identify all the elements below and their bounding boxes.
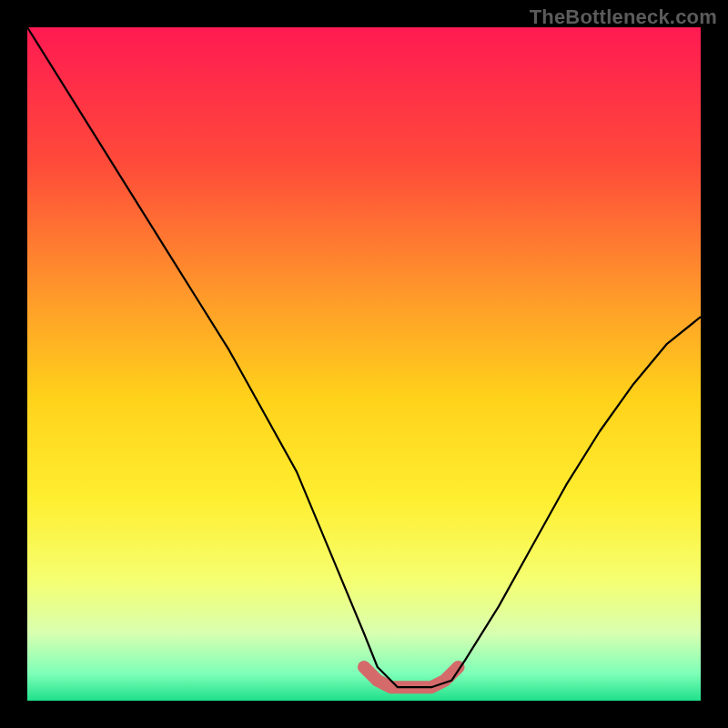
chart-svg — [27, 27, 701, 701]
plot-area — [27, 27, 701, 701]
gradient-background — [27, 27, 701, 701]
watermark-text: TheBottleneck.com — [530, 5, 717, 29]
chart-frame: TheBottleneck.com — [0, 0, 728, 728]
